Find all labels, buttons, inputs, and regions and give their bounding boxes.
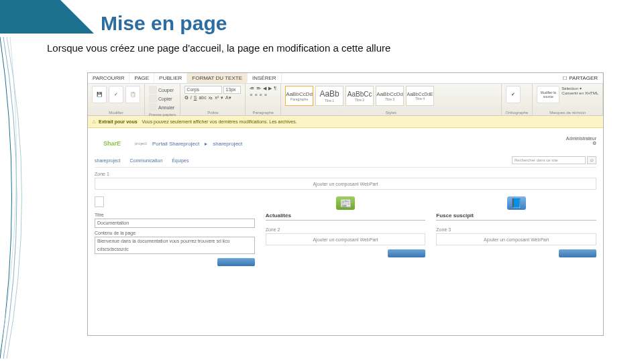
sup-button[interactable]: x² <box>215 95 219 101</box>
nav-equipes[interactable]: Équipes <box>172 158 189 163</box>
selection-dropdown[interactable]: Sélection ▾ <box>561 86 598 90</box>
left-submit-button[interactable] <box>217 258 255 266</box>
convert-xhtml-button[interactable]: Convertir en XHTML <box>561 91 598 95</box>
save-button[interactable]: 💾 <box>92 86 107 103</box>
column-left: Titre Documentation Contenu de la page B… <box>95 196 255 266</box>
italic-button[interactable]: I <box>191 95 192 101</box>
breadcrumb: SharE project Portail Shareproject ▸ sha… <box>95 133 242 154</box>
slide-accent-lines <box>0 37 47 359</box>
zone2-label: Zone 2 <box>266 227 426 232</box>
tab-inserer[interactable]: INSÉRER <box>248 73 282 83</box>
right-submit-button[interactable] <box>559 249 596 257</box>
justify-button[interactable]: ≡ <box>264 93 267 97</box>
nav-shareproject[interactable]: shareproject <box>95 158 121 163</box>
group-label-clipboard: Presse-papiers <box>149 111 176 117</box>
site-logo[interactable]: SharE <box>95 136 129 151</box>
edit-source-button[interactable]: Modifier la source <box>537 86 559 103</box>
group-label-markup: Marques de révision <box>537 109 598 115</box>
column-right: 📘 Fusce suscipit Zone 3 Ajouter un compo… <box>436 196 596 266</box>
document-icon <box>95 196 104 207</box>
style-paragraphe[interactable]: AaBbCcDdParagraphe <box>285 86 313 106</box>
align-center-button[interactable]: ≡ <box>254 93 257 97</box>
ribbon-group-font: Corps 13px G I S abc x₂ x² ▾ A▾ Police <box>180 84 246 115</box>
share-button[interactable]: PARTAGER <box>558 73 603 83</box>
align-left-button[interactable]: ≡ <box>250 93 252 97</box>
content-field-label: Contenu de la page <box>95 231 255 235</box>
fusce-title: Fusce suscipit <box>436 213 596 221</box>
bold-button[interactable]: G <box>184 95 188 101</box>
style-titre2[interactable]: AaBbCcTitre 2 <box>345 86 374 106</box>
checkin-button[interactable]: ✓ <box>109 86 123 103</box>
ribbon-group-paragraph: ≔ ≕ ◀ ▶ ¶ ≡ ≡ ≡ ≡ Paragraphe <box>246 84 281 115</box>
middle-submit-button[interactable] <box>388 249 425 257</box>
settings-icon[interactable]: ⚙ <box>592 141 596 145</box>
zone3-add-webpart[interactable]: Ajouter un composant WebPart <box>436 233 596 245</box>
slide-body-text: Lorsque vous créez une page d'accueil, l… <box>47 42 390 54</box>
group-label-font: Police <box>184 109 241 115</box>
zone3-label: Zone 3 <box>436 227 596 232</box>
actualites-title: Actualités <box>266 213 426 221</box>
actualites-icon: 📰 <box>336 196 355 210</box>
ribbon-tabs: PARCOURIR PAGE PUBLIER FORMAT DU TEXTE I… <box>88 73 603 84</box>
search-button[interactable]: ⌕ <box>587 156 596 164</box>
ltr-button[interactable]: ¶ <box>274 86 276 91</box>
font-family-select[interactable]: Corps <box>184 86 222 94</box>
style-titre1[interactable]: AaBbTitre 1 <box>315 86 343 106</box>
underline-button[interactable]: S <box>194 95 197 101</box>
tab-format-texte[interactable]: FORMAT DU TEXTE <box>187 73 248 83</box>
color-button[interactable]: A▾ <box>225 95 231 101</box>
strike-button[interactable]: abc <box>199 95 206 101</box>
bullets-button[interactable]: ≔ <box>250 86 254 91</box>
title-field-label: Titre <box>95 213 255 217</box>
tab-parcourir[interactable]: PARCOURIR <box>88 73 129 83</box>
group-label-paragraph: Paragraphe <box>250 109 276 115</box>
slide-corner-accent <box>0 0 94 34</box>
undo-icon[interactable] <box>149 103 157 111</box>
tab-publier[interactable]: PUBLIER <box>154 73 187 83</box>
group-label-edit: Modifier <box>92 109 140 115</box>
align-right-button[interactable]: ≡ <box>260 93 262 97</box>
screenshot-container: PARCOURIR PAGE PUBLIER FORMAT DU TEXTE I… <box>87 72 604 336</box>
content-textarea[interactable]: Bienvenue dans la documentation vous pou… <box>95 237 255 254</box>
title-input[interactable]: Documentation <box>95 219 255 228</box>
ribbon-group-spell: ✔ Orthographe <box>502 84 533 115</box>
copy-label: Copier <box>158 97 172 101</box>
fusce-icon: 📘 <box>507 196 526 210</box>
notif-text: Vous pouvez seulement afficher vos derni… <box>142 119 297 124</box>
cut-icon[interactable] <box>149 86 157 94</box>
paste-button[interactable]: 📋 <box>125 86 140 103</box>
outdent-button[interactable]: ◀ <box>263 86 266 91</box>
numbering-button[interactable]: ≕ <box>256 86 261 91</box>
breadcrumb-site[interactable]: shareproject <box>213 141 242 147</box>
indent-button[interactable]: ▶ <box>268 86 272 91</box>
group-label-spell: Orthographe <box>506 109 529 115</box>
style-titre3[interactable]: AaBbCcDdTitre 3 <box>376 86 404 106</box>
breadcrumb-sep: ▸ <box>205 141 207 147</box>
breadcrumb-portal[interactable]: Portail Shareproject <box>152 141 199 147</box>
checkout-notification: Extrait pour vous Vous pouvez seulement … <box>88 116 603 128</box>
user-name[interactable]: Administrateur <box>543 136 596 141</box>
notif-bold: Extrait pour vous <box>99 119 138 124</box>
zone1-add-webpart[interactable]: Ajouter un composant WebPart <box>95 178 596 190</box>
column-middle: 📰 Actualités Zone 2 Ajouter un composant… <box>266 196 426 266</box>
copy-icon[interactable] <box>149 95 157 103</box>
zone1-label: Zone 1 <box>95 172 596 176</box>
site-navbar: shareproject Communication Équipes Reche… <box>95 154 596 168</box>
slide-title: Mise en page <box>101 12 227 35</box>
ribbon-group-clipboard: Couper Copier Annuler Presse-papiers <box>145 84 180 115</box>
nav-communication[interactable]: Communication <box>130 158 163 163</box>
ribbon-body: 💾 ✓ 📋 Modifier Couper Copier Annuler Pre… <box>88 84 603 116</box>
font-size-select[interactable]: 13px <box>223 86 241 94</box>
group-label-styles: Styles <box>285 109 496 115</box>
ribbon-group-markup: Modifier la source Sélection ▾ Convertir… <box>533 84 603 115</box>
ribbon-group-edit: 💾 ✓ 📋 Modifier <box>88 84 145 115</box>
cut-label: Couper <box>158 88 174 93</box>
style-titre4[interactable]: AaBbCcDdETitre 4 <box>406 86 434 106</box>
tab-page[interactable]: PAGE <box>129 73 154 83</box>
undo-label: Annuler <box>158 105 174 110</box>
zone2-add-webpart[interactable]: Ajouter un composant WebPart <box>266 233 426 245</box>
highlight-button[interactable]: ▾ <box>221 95 223 101</box>
sub-button[interactable]: x₂ <box>209 95 213 101</box>
search-input[interactable]: Rechercher dans ce site <box>512 156 586 164</box>
spellcheck-button[interactable]: ✔ <box>506 86 521 103</box>
